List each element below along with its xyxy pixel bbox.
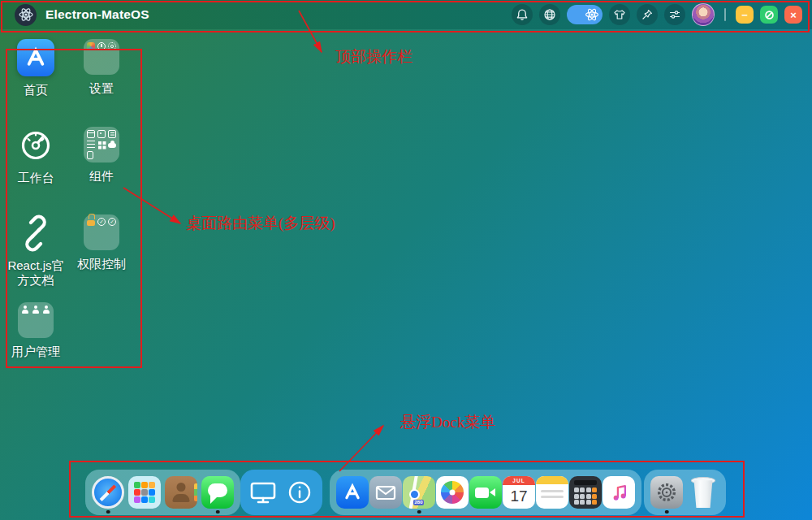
preferences-button[interactable]: [664, 4, 685, 25]
permissions-folder-icon: [84, 214, 119, 250]
desktop-icon-components[interactable]: 组件: [67, 127, 136, 184]
settings-gear: [650, 476, 683, 509]
minimize-button[interactable]: −: [736, 6, 754, 24]
settings-folder-icon: [84, 39, 119, 75]
dock-facetime-icon[interactable]: [469, 476, 502, 509]
users-folder-icon: [18, 302, 54, 338]
desktop-icon-settings[interactable]: 设置: [67, 39, 136, 96]
skin-button[interactable]: [609, 4, 630, 25]
desktop-icon-label: 工作台: [2, 171, 70, 185]
dock-contacts-icon[interactable]: [165, 476, 197, 509]
desktop-icon-permissions[interactable]: 权限控制: [67, 214, 136, 271]
maps-pin: 280: [403, 476, 435, 509]
clock-mini-icon: [97, 42, 106, 50]
dock-notes-icon[interactable]: [536, 476, 568, 509]
cloud-mini-icon: [108, 143, 116, 148]
calendar-day: 17: [503, 485, 535, 507]
desktop-icon-label: 设置: [67, 81, 136, 96]
dock-system-settings-icon[interactable]: [650, 476, 683, 509]
dock-app-store-icon[interactable]: [336, 476, 369, 509]
palette-mini-icon: [87, 42, 95, 50]
user-avatar[interactable]: [692, 3, 715, 26]
shield-check-mini-icon: [97, 218, 106, 226]
dock-safari-icon[interactable]: [92, 476, 124, 509]
app-store-icon: [17, 39, 54, 76]
close-button[interactable]: ×: [784, 6, 802, 24]
shield-check-mini-icon: [108, 218, 116, 226]
notification-button[interactable]: [512, 4, 533, 25]
image-mini-icon: [97, 130, 106, 138]
dock-launchpad-icon[interactable]: [128, 476, 161, 509]
components-folder-icon: [84, 127, 119, 162]
link-icon: [17, 214, 54, 252]
desktop-icon-label: 首页: [2, 83, 70, 98]
annotation-label-desktop-menu: 桌面路由菜单(多层级): [186, 213, 335, 234]
messages-bubble: [201, 476, 234, 509]
app-logo[interactable]: [15, 4, 37, 26]
dock-messages-icon[interactable]: [201, 476, 234, 509]
theme-toggle[interactable]: [567, 5, 603, 24]
desktop-icon-workbench[interactable]: 工作台: [2, 127, 70, 185]
dashboard-gauge-icon: [17, 127, 54, 164]
notes-pad: [536, 476, 568, 509]
document-mini-icon: [108, 130, 116, 138]
user-mini-icon: [21, 306, 29, 314]
music-note: [603, 476, 635, 509]
topbar: Electron-MateOS: [0, 0, 812, 29]
mail-envelope: [369, 476, 402, 509]
maximize-button[interactable]: [760, 6, 778, 24]
desktop-icon-label: 组件: [67, 169, 136, 184]
desktop-icon-users[interactable]: 用户管理: [2, 302, 70, 359]
globe-icon: [543, 8, 556, 21]
facetime-camera: [469, 476, 502, 509]
desktop-icon-home[interactable]: 首页: [2, 39, 70, 98]
file-mini-icon: [87, 151, 93, 159]
table-mini-icon: [87, 130, 95, 138]
arrow-dock: [339, 426, 383, 471]
calculator-buttons: [569, 476, 602, 509]
dock-photos-icon[interactable]: [436, 476, 469, 509]
calendar-month: JUL: [503, 476, 535, 485]
dock-display-icon[interactable]: [247, 476, 279, 509]
circle-slash-icon: [764, 10, 775, 20]
dock-calendar-icon[interactable]: JUL 17: [503, 476, 535, 509]
gear-mini-icon: [108, 42, 116, 50]
atom-toggle-icon: [585, 7, 599, 22]
pin-button[interactable]: [637, 4, 658, 25]
dock-trash-icon[interactable]: [687, 476, 719, 509]
bell-icon: [516, 8, 529, 21]
trash-can: [687, 476, 719, 509]
dock-calculator-icon[interactable]: [569, 476, 602, 509]
launchpad-grid: [128, 476, 161, 509]
grid-mini-icon: [97, 141, 106, 149]
dock-info-icon[interactable]: [283, 476, 316, 509]
pin-icon: [641, 8, 654, 21]
info-circle: [283, 476, 316, 509]
user-mini-icon: [42, 306, 50, 314]
app-title: Electron-MateOS: [45, 7, 149, 22]
annotation-label-topbar: 顶部操作栏: [335, 46, 412, 67]
desktop-icon-label: 用户管理: [2, 344, 70, 359]
atom-icon: [19, 7, 33, 22]
app-store-a: [336, 476, 369, 509]
dock-group-apps: [85, 470, 240, 515]
dock-group-media: 280 JUL 17: [330, 470, 641, 515]
topbar-left: Electron-MateOS: [15, 4, 149, 26]
annotation-label-dock: 悬浮Dock菜单: [400, 412, 495, 433]
language-button[interactable]: [539, 4, 560, 25]
list-mini-icon: [87, 141, 95, 148]
user-mini-icon: [32, 306, 40, 314]
topbar-divider: [724, 8, 726, 21]
maps-route-sign: 280: [413, 500, 424, 505]
desktop-icon-react-docs[interactable]: React.js官方文档: [2, 214, 70, 288]
dock-music-icon[interactable]: [603, 476, 635, 509]
photos-flower: [436, 476, 469, 509]
display-monitor: [247, 476, 279, 509]
topbar-actions: − ×: [512, 3, 802, 26]
tshirt-icon: [613, 8, 626, 21]
dock-mail-icon[interactable]: [369, 476, 402, 509]
safari-compass: [92, 476, 124, 509]
dock-maps-icon[interactable]: 280: [403, 476, 435, 509]
contacts-book: [165, 476, 197, 509]
desktop-icon-label: React.js官方文档: [2, 258, 70, 288]
